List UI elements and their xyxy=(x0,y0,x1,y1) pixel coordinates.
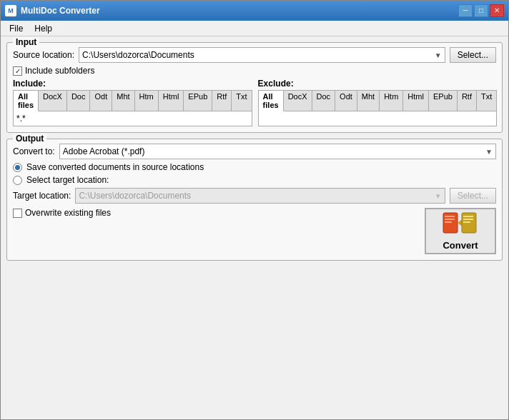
svg-rect-2 xyxy=(445,219,455,220)
convert-to-value: Adobe Acrobat (*.pdf) xyxy=(63,146,145,156)
target-location-value: C:\Users\dozorca\Documents xyxy=(79,191,191,201)
convert-btn-label: Convert xyxy=(443,240,478,251)
include-file-list[interactable]: *.* xyxy=(13,111,252,126)
source-row: Source location: C:\Users\dozorca\Docume… xyxy=(13,47,496,63)
overwrite-row: Overwrite existing files xyxy=(13,208,111,218)
source-combo-arrow: ▼ xyxy=(435,51,442,59)
overwrite-section: Overwrite existing files xyxy=(13,208,111,221)
exclude-panel: Exclude: All files DocX Doc Odt Mht Htm … xyxy=(258,79,498,126)
source-label: Source location: xyxy=(13,50,74,60)
overwrite-checkbox[interactable] xyxy=(13,209,22,218)
bottom-row: Overwrite existing files xyxy=(13,208,496,254)
save-source-row: Save converted documents in source locat… xyxy=(13,162,496,172)
tab-odt-exclude[interactable]: Odt xyxy=(335,91,357,111)
include-exclude-container: Include: All files DocX Doc Odt Mht Htm … xyxy=(13,79,496,126)
target-select-button: Select... xyxy=(450,188,496,204)
include-tabs: All files DocX Doc Odt Mht Htm Html EPub… xyxy=(13,90,252,111)
save-source-label: Save converted documents in source locat… xyxy=(26,162,204,172)
tab-odt-include[interactable]: Odt xyxy=(90,91,112,111)
input-group: Input Source location: C:\Users\dozorca\… xyxy=(6,42,503,133)
target-location-input: C:\Users\dozorca\Documents ▼ xyxy=(75,188,445,204)
tab-txt-exclude[interactable]: Txt xyxy=(477,91,496,111)
tab-docx-include[interactable]: DocX xyxy=(39,91,67,111)
source-location-input[interactable]: C:\Users\dozorca\Documents ▼ xyxy=(79,47,445,63)
menu-help[interactable]: Help xyxy=(29,22,58,35)
tab-epub-exclude[interactable]: EPub xyxy=(429,91,458,111)
include-label: Include: xyxy=(13,79,252,89)
tab-mht-include[interactable]: Mht xyxy=(112,91,134,111)
include-subfolders-label: Include subfolders xyxy=(25,66,94,76)
svg-rect-3 xyxy=(445,221,452,223)
source-select-button[interactable]: Select... xyxy=(450,47,496,63)
tab-rtf-include[interactable]: Rtf xyxy=(212,91,232,111)
window-controls: ─ □ ✕ xyxy=(458,4,504,17)
exclude-file-list[interactable] xyxy=(258,111,498,126)
tab-htm-include[interactable]: Htm xyxy=(135,91,159,111)
input-group-label: Input xyxy=(13,37,39,47)
svg-rect-1 xyxy=(445,216,455,217)
convert-to-row: Convert to: Adobe Acrobat (*.pdf) ▼ xyxy=(13,144,496,159)
output-group: Output Convert to: Adobe Acrobat (*.pdf)… xyxy=(6,139,503,261)
tab-htm-exclude[interactable]: Htm xyxy=(380,91,403,111)
overwrite-label: Overwrite existing files xyxy=(25,208,111,218)
minimize-button[interactable]: ─ xyxy=(458,4,473,17)
menu-bar: File Help xyxy=(1,21,508,36)
tab-docx-exclude[interactable]: DocX xyxy=(284,91,312,111)
exclude-tabs: All files DocX Doc Odt Mht Htm Html EPub… xyxy=(258,90,498,111)
include-panel: Include: All files DocX Doc Odt Mht Htm … xyxy=(13,79,252,126)
target-combo-arrow: ▼ xyxy=(435,192,442,200)
app-icon: M xyxy=(5,5,16,16)
select-target-row: Select target location: xyxy=(13,175,496,185)
save-source-radio[interactable] xyxy=(13,163,22,172)
convert-button[interactable]: Convert xyxy=(425,208,496,254)
tab-all-files-include[interactable]: All files xyxy=(14,91,39,111)
tab-txt-include[interactable]: Txt xyxy=(232,91,251,111)
target-location-row: Target location: C:\Users\dozorca\Docume… xyxy=(13,188,496,204)
tab-doc-include[interactable]: Doc xyxy=(67,91,91,111)
tab-all-files-exclude[interactable]: All files xyxy=(259,91,284,111)
title-bar: M MultiDoc Converter ─ □ ✕ xyxy=(1,1,508,21)
source-location-value: C:\Users\dozorca\Documents xyxy=(82,50,194,60)
exclude-label: Exclude: xyxy=(258,79,498,89)
output-group-label: Output xyxy=(13,134,46,144)
tab-html-include[interactable]: Html xyxy=(159,91,184,111)
svg-rect-7 xyxy=(463,219,473,220)
convert-to-combo[interactable]: Adobe Acrobat (*.pdf) ▼ xyxy=(59,144,496,159)
tab-epub-include[interactable]: EPub xyxy=(184,91,212,111)
convert-icon xyxy=(442,211,479,237)
main-content: Input Source location: C:\Users\dozorca\… xyxy=(1,36,508,419)
tab-mht-exclude[interactable]: Mht xyxy=(357,91,380,111)
tab-doc-exclude[interactable]: Doc xyxy=(312,91,336,111)
menu-file[interactable]: File xyxy=(4,22,29,35)
svg-rect-6 xyxy=(463,216,473,217)
maximize-button[interactable]: □ xyxy=(474,4,488,17)
tab-html-exclude[interactable]: Html xyxy=(403,91,429,111)
include-subfolders-checkbox[interactable] xyxy=(13,66,22,76)
convert-to-label: Convert to: xyxy=(13,146,55,156)
target-location-label: Target location: xyxy=(13,191,71,201)
select-target-label: Select target location: xyxy=(26,175,109,185)
convert-to-arrow: ▼ xyxy=(485,148,493,156)
app-window: M MultiDoc Converter ─ □ ✕ File Help Inp… xyxy=(0,0,509,420)
close-button[interactable]: ✕ xyxy=(490,4,504,17)
tab-rtf-exclude[interactable]: Rtf xyxy=(458,91,477,111)
select-target-radio[interactable] xyxy=(13,176,22,185)
include-subfolders-row: Include subfolders xyxy=(13,66,496,76)
svg-rect-8 xyxy=(463,221,470,223)
window-title: MultiDoc Converter xyxy=(21,6,458,16)
include-file-item: *.* xyxy=(16,113,249,124)
